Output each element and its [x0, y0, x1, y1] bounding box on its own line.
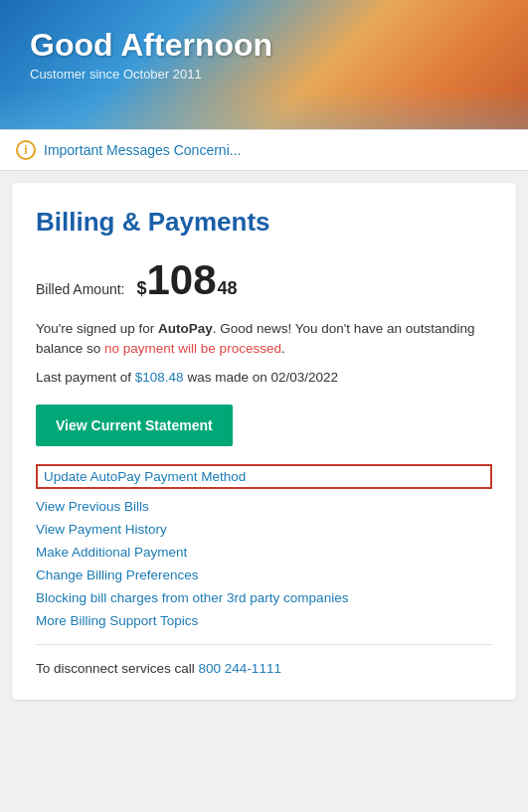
divider — [36, 644, 492, 645]
billing-payments-card: Billing & Payments Billed Amount: $ 108 … — [12, 183, 516, 700]
change-billing-preferences-link[interactable]: Change Billing Preferences — [36, 568, 492, 582]
update-autopay-link[interactable]: Update AutoPay Payment Method — [36, 464, 492, 489]
important-messages-banner[interactable]: i Important Messages Concerni... — [0, 129, 528, 171]
amount-cents: 48 — [218, 278, 238, 299]
more-billing-support-link[interactable]: More Billing Support Topics — [36, 613, 492, 628]
greeting-text: Good Afternoon — [30, 28, 498, 63]
view-current-statement-button[interactable]: View Current Statement — [36, 405, 233, 446]
view-previous-bills-link[interactable]: View Previous Bills — [36, 499, 492, 514]
disconnect-text: To disconnect services call 800 244-1111 — [36, 661, 492, 676]
make-additional-payment-link[interactable]: Make Additional Payment — [36, 545, 492, 560]
blocking-bill-charges-link[interactable]: Blocking bill charges from other 3rd par… — [36, 590, 492, 605]
banner-text: Important Messages Concerni... — [44, 142, 241, 158]
hero-banner: Good Afternoon Customer since October 20… — [0, 0, 528, 129]
billing-links-section: Update AutoPay Payment Method View Previ… — [36, 464, 492, 628]
billing-payments-title: Billing & Payments — [36, 207, 492, 238]
autopay-description: You're signed up for AutoPay. Good news!… — [36, 319, 492, 360]
billed-amount-value: $ 108 48 — [137, 259, 238, 301]
phone-number[interactable]: 800 244-1111 — [199, 661, 281, 676]
info-icon: i — [16, 140, 36, 160]
billed-amount-row: Billed Amount: $ 108 48 — [36, 259, 492, 301]
last-payment-text: Last payment of $108.48 was made on 02/0… — [36, 370, 492, 385]
amount-main: 108 — [147, 259, 217, 301]
view-payment-history-link[interactable]: View Payment History — [36, 522, 492, 537]
amount-dollar-sign: $ — [137, 278, 147, 299]
customer-since-text: Customer since October 2011 — [30, 67, 498, 81]
billed-amount-label: Billed Amount: — [36, 281, 125, 297]
